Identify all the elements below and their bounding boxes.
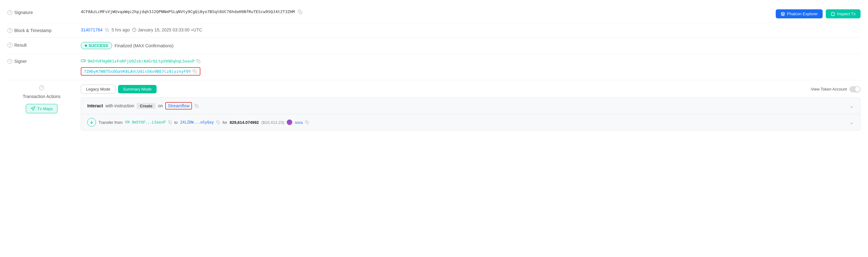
header-buttons: Phalcon Explorer Inspect Tx [776,9,861,18]
result-label: ? Result [7,42,76,48]
instruction-header: Interact with instruction Create on Stre… [81,98,860,114]
copy-streamflow-icon[interactable] [194,104,198,108]
transfer-amount: 829,614.074992 [229,120,259,125]
sora-token-icon [287,119,292,125]
signature-content: 4CF8AzLcMFsVjWUvqaWqc2hpjdqh3J2QPNNmPSLq… [81,9,771,14]
transfer-icon [87,118,96,126]
phalcon-explorer-button[interactable]: Phalcon Explorer [776,9,823,18]
view-token-account: View Token Account [811,86,861,92]
transfer-from-address[interactable]: 9m5YUF...LSeexP [132,120,165,124]
svg-rect-10 [218,122,220,124]
signature-hash: 4CF8AzLcMFsVjWUvqaWqc2hpjdqh3J2QPNNmPSLq… [81,9,295,14]
interact-text: Interact [87,103,103,108]
transaction-actions-row: ? Transaction Actions Tx Maps Legacy Mod… [7,80,861,135]
legacy-mode-tab[interactable]: Legacy Mode [81,85,116,94]
signer-help-icon[interactable]: ? [7,59,12,64]
timestamp-detail: January 15, 2025 03:33:00 +UTC [132,27,202,32]
sora-token-link[interactable]: sora [295,120,303,125]
signer-content: 9m5YUFHg8K1xFoRFjU9ZsbrAdGrbLtpX99DqhqLS… [81,58,861,76]
inspect-tx-button[interactable]: Inspect Tx [826,9,861,18]
tx-maps-button[interactable]: Tx Maps [26,104,58,113]
streamflow-link[interactable]: Streamflow [165,102,192,110]
summary-mode-tab[interactable]: Summary Mode [118,85,157,93]
transfer-chevron-icon[interactable]: ⌄ [849,119,854,126]
block-help-icon[interactable]: ? [7,28,12,33]
result-description: Finalized (MAX Confirmations) [115,43,174,48]
signature-row: ? Signature 4CF8AzLcMFsVjWUvqaWqc2hpjdqh… [7,5,861,23]
svg-rect-4 [106,29,109,31]
transaction-actions-label: ? Transaction Actions Tx Maps [7,85,76,113]
copy-to-addr-icon[interactable] [216,120,220,124]
transfer-to-address[interactable]: 2XLZDW...oSyQay [180,120,214,124]
transfer-from-wallet-icon [125,120,129,125]
actions-content: Legacy Mode Summary Mode View Token Acco… [81,85,861,131]
create-badge: Create [137,103,155,109]
block-content: 314071764 5 hrs ago January 15, 2025 03:… [81,27,861,32]
instruction-chevron-icon[interactable]: ⌄ [849,103,854,109]
signer-addresses: 9m5YUFHg8K1xFoRFjU9ZsbrAdGrbLtpX99DqhqLS… [81,58,200,76]
tx-actions-help-icon[interactable]: ? [39,85,44,90]
signature-help-icon[interactable]: ? [7,10,12,15]
signer-address-2-highlighted[interactable]: 7ZHbyK7W8TGsDGaVK8LAVcUdis56o9BE7cz8iyzn… [81,67,200,76]
block-timestamp-label: ? Block & Timestamp [7,27,76,33]
time-ago: 5 hrs ago [112,27,129,32]
transfer-usd-value: ($10,413.23) [261,120,284,125]
with-instruction-text: with instruction [105,103,134,108]
instruction-card: Interact with instruction Create on Stre… [81,97,861,131]
copy-address2-icon[interactable] [193,69,197,74]
result-content: SUCCESS Finalized (MAX Confirmations) [81,42,861,49]
view-token-toggle[interactable] [849,86,861,92]
status-badge: SUCCESS [81,42,112,49]
copy-block-icon[interactable] [105,28,109,32]
mode-tabs-row: Legacy Mode Summary Mode View Token Acco… [81,85,861,94]
transfer-for-label: for [222,120,227,125]
mode-tabs: Legacy Mode Summary Mode [81,85,157,94]
signer-label: ? Signer [7,58,76,64]
svg-rect-8 [196,105,198,107]
page-wrapper: ? Signature 4CF8AzLcMFsVjWUvqaWqc2hpjdqh… [0,0,868,140]
transfer-to-label: to [174,120,178,125]
result-row: ? Result SUCCESS Finalized (MAX Confirma… [7,38,861,54]
block-number-link[interactable]: 314071764 [81,27,102,32]
status-dot [85,45,87,47]
toggle-knob [855,87,860,92]
svg-rect-0 [300,11,302,14]
copy-sora-icon[interactable] [305,120,309,124]
svg-rect-6 [198,61,200,63]
transfer-row: Transfer from 9m5YUF...LSeexP to 2XLZDW.… [81,114,860,131]
signature-label: ? Signature [7,9,76,15]
signer-wallet-icon [81,58,86,64]
signer-address-1[interactable]: 9m5YUFHg8K1xFoRFjU9ZsbrAdGrbLtpX99DqhqLS… [81,58,200,64]
on-text: on [158,103,163,108]
copy-address1-icon[interactable] [196,59,200,63]
svg-rect-7 [194,71,196,73]
copy-hash-icon[interactable] [298,10,302,14]
svg-rect-9 [169,122,172,124]
transfer-from-label: Transfer from [98,120,123,125]
block-timestamp-row: ? Block & Timestamp 314071764 5 hrs ago … [7,23,861,38]
svg-rect-11 [307,122,309,124]
tx-maps-row: Tx Maps [26,103,58,113]
signer-row: ? Signer 9m5YUFHg8K1xFoRFjU9ZsbrAdGrbLtp… [7,54,861,80]
copy-from-addr-icon[interactable] [168,120,172,124]
result-help-icon[interactable]: ? [7,42,12,48]
